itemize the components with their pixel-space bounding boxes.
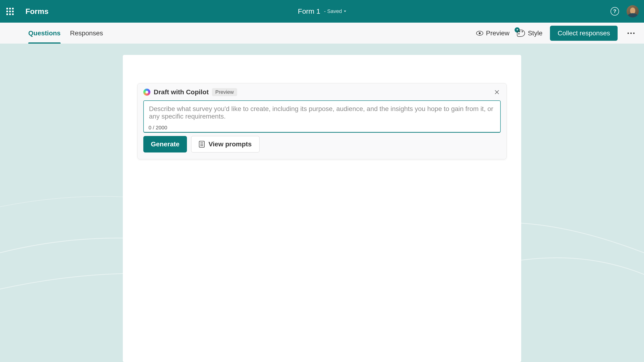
copilot-card: Draft with Copilot Preview 0 / 2000 Gene… [138,83,506,159]
preview-label: Preview [486,30,510,37]
generate-button[interactable]: Generate [143,136,187,152]
style-icon-wrapper: ✦ [517,30,525,37]
saved-status[interactable]: - Saved [324,8,346,14]
user-avatar[interactable] [626,5,639,18]
app-launcher-button[interactable] [5,6,14,16]
style-label: Style [528,30,542,37]
palette-icon [517,30,525,37]
collect-responses-button[interactable]: Collect responses [550,26,618,41]
header-right: ? [610,5,639,18]
copilot-prompt-input[interactable] [143,100,501,133]
form-title[interactable]: Form 1 [298,7,320,15]
list-icon [199,141,204,148]
tab-responses[interactable]: Responses [70,22,103,44]
style-button[interactable]: ✦ Style [517,30,542,37]
help-button[interactable]: ? [610,7,619,16]
copilot-icon [143,88,150,96]
tab-questions[interactable]: Questions [28,22,60,44]
app-name: Forms [26,7,48,16]
view-prompts-button[interactable]: View prompts [191,136,259,152]
waffle-icon [6,8,14,15]
copilot-header: Draft with Copilot Preview [143,88,501,96]
view-prompts-label: View prompts [208,140,252,148]
toolbar-right: Preview ✦ Style Collect responses [476,26,637,41]
app-header: Forms Form 1 - Saved ? [0,0,644,22]
header-center: Form 1 - Saved [298,7,346,15]
form-canvas: Draft with Copilot Preview 0 / 2000 Gene… [123,55,521,362]
preview-badge: Preview [212,88,237,96]
copilot-actions: Generate View prompts [143,136,501,152]
tabs: Questions Responses [28,22,103,44]
copilot-title: Draft with Copilot [154,88,208,96]
toolbar: Questions Responses Preview ✦ Style Coll… [0,22,644,44]
saved-status-label: - Saved [324,8,342,14]
eye-icon [476,31,483,36]
canvas-wrapper: Draft with Copilot Preview 0 / 2000 Gene… [0,44,644,362]
more-options-button[interactable] [625,30,637,36]
preview-button[interactable]: Preview [476,30,510,37]
close-copilot-button[interactable] [493,88,501,96]
chevron-down-icon [344,10,346,12]
